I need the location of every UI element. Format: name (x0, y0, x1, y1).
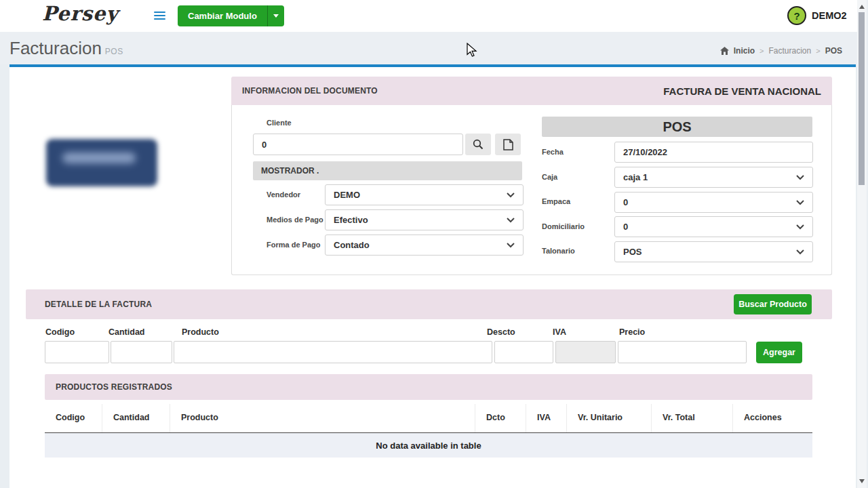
talonario-select[interactable]: POS (614, 241, 813, 262)
productos-registrados-title: PRODUCTOS REGISTRADOS (56, 382, 172, 392)
col-dcto[interactable]: Dcto (475, 404, 526, 432)
chevron-down-icon (507, 192, 515, 198)
page-title: FacturacionPOS (9, 38, 123, 59)
document-type-label: FACTURA DE VENTA NACIONAL (663, 85, 821, 97)
search-client-button[interactable] (465, 134, 491, 155)
home-icon (720, 47, 729, 55)
producto-input[interactable] (174, 341, 492, 363)
company-logo-blurred (46, 139, 157, 186)
forma-pago-label: Forma de Pago (267, 241, 320, 249)
change-module-button[interactable]: Cambiar Modulo (178, 5, 267, 26)
breadcrumb-separator: > (816, 47, 820, 55)
col-vr-unitario[interactable]: Vr. Unitario (566, 404, 651, 432)
scroll-down-arrow-icon[interactable] (859, 479, 865, 483)
detalle-col-codigo: Codigo (45, 327, 75, 337)
document-info-body: Cliente MOSTRADOR . Vendedor DEMO Medios… (231, 105, 832, 275)
pos-type-bar: POS (542, 117, 812, 137)
chevron-down-icon (796, 175, 804, 180)
medios-pago-select[interactable]: Efectivo (325, 209, 524, 230)
domiciliario-label: Domiciliario (542, 222, 585, 230)
productos-registrados-panel: PRODUCTOS REGISTRADOS Codigo Cantidad Pr… (45, 374, 812, 458)
breadcrumb: Inicio > Facturacion > POS (720, 46, 842, 56)
iva-input (555, 341, 616, 363)
talonario-value: POS (623, 247, 642, 257)
brand-logo[interactable]: Persey (42, 2, 118, 25)
buscar-producto-button[interactable]: Buscar Producto (734, 294, 812, 314)
breadcrumb-inicio[interactable]: Inicio (734, 46, 755, 56)
empty-table-message: No data available in table (45, 433, 812, 458)
page-header: FacturacionPOS Inicio > Facturacion > PO… (0, 32, 857, 64)
detalle-factura-title: DETALLE DE LA FACTURA (45, 300, 152, 309)
col-acciones[interactable]: Acciones (732, 404, 812, 432)
forma-pago-select[interactable]: Contado (325, 235, 524, 256)
empaca-label: Empaca (542, 197, 570, 205)
cliente-input[interactable] (253, 134, 463, 155)
caret-down-icon (273, 14, 279, 18)
breadcrumb-facturacion[interactable]: Facturacion (769, 46, 812, 56)
scrollbar-thumb[interactable] (859, 12, 865, 185)
search-icon (473, 139, 484, 150)
document-info-panel: INFORMACION DEL DOCUMENTO FACTURA DE VEN… (231, 77, 832, 275)
cliente-label: Cliente (267, 119, 292, 127)
empaca-value: 0 (623, 197, 628, 207)
vendedor-value: DEMO (334, 190, 360, 200)
col-codigo[interactable]: Codigo (45, 404, 102, 432)
col-cantidad[interactable]: Cantidad (102, 404, 170, 432)
top-navbar: Persey Cambiar Modulo ? DEMO2 (0, 0, 857, 32)
page-subtitle: POS (105, 47, 123, 56)
productos-table-header: Codigo Cantidad Producto Dcto IVA Vr. Un… (45, 404, 812, 433)
col-vr-total[interactable]: Vr. Total (651, 404, 732, 432)
hamburger-menu-icon[interactable] (154, 12, 165, 20)
codigo-input[interactable] (45, 341, 109, 363)
document-info-header: INFORMACION DEL DOCUMENTO FACTURA DE VEN… (231, 77, 832, 105)
help-icon[interactable]: ? (787, 6, 806, 25)
new-document-button[interactable] (495, 134, 521, 155)
change-module-split-button: Cambiar Modulo (178, 5, 284, 26)
breadcrumb-separator: > (760, 47, 764, 55)
domiciliario-value: 0 (623, 222, 628, 232)
document-info-title: INFORMACION DEL DOCUMENTO (242, 86, 378, 96)
scroll-up-arrow-icon[interactable] (859, 5, 865, 9)
page-title-text: Facturacion (9, 38, 102, 58)
caja-value: caja 1 (623, 172, 648, 182)
col-producto[interactable]: Producto (170, 404, 475, 432)
chevron-down-icon (507, 243, 515, 248)
forma-pago-value: Contado (334, 240, 370, 250)
cliente-display-bar: MOSTRADOR . (253, 161, 522, 180)
detalle-col-producto: Producto (182, 327, 219, 337)
change-module-dropdown-toggle[interactable] (267, 5, 284, 26)
file-icon (503, 139, 513, 150)
empaca-select[interactable]: 0 (614, 192, 813, 213)
detalle-factura-header: DETALLE DE LA FACTURA Buscar Producto (26, 289, 832, 319)
cantidad-input[interactable] (111, 341, 172, 363)
precio-input[interactable] (618, 341, 747, 363)
caja-label: Caja (542, 173, 557, 181)
talonario-label: Talonario (542, 247, 575, 255)
main-content: INFORMACION DEL DOCUMENTO FACTURA DE VEN… (9, 67, 856, 488)
user-menu[interactable]: DEMO2 (812, 10, 847, 21)
vertical-scrollbar[interactable] (857, 0, 867, 488)
col-iva[interactable]: IVA (526, 404, 566, 432)
detalle-col-descto: Descto (487, 327, 515, 337)
detalle-col-precio: Precio (619, 327, 645, 337)
medios-pago-label: Medios de Pago (267, 216, 323, 224)
chevron-down-icon (796, 249, 804, 255)
chevron-down-icon (796, 224, 804, 230)
caja-select[interactable]: caja 1 (614, 167, 813, 188)
breadcrumb-pos: POS (825, 46, 842, 56)
chevron-down-icon (796, 200, 804, 205)
chevron-down-icon (507, 218, 515, 223)
fecha-label: Fecha (542, 148, 564, 156)
fecha-input[interactable] (614, 142, 813, 163)
agregar-button[interactable]: Agregar (756, 342, 802, 363)
detalle-col-cantidad: Cantidad (108, 327, 144, 337)
domiciliario-select[interactable]: 0 (614, 216, 813, 237)
productos-registrados-header: PRODUCTOS REGISTRADOS (45, 374, 812, 400)
vendedor-select[interactable]: DEMO (325, 184, 524, 205)
vendedor-label: Vendedor (267, 190, 300, 199)
medios-pago-value: Efectivo (334, 215, 368, 225)
detalle-col-iva: IVA (553, 327, 566, 337)
descto-input[interactable] (494, 341, 553, 363)
